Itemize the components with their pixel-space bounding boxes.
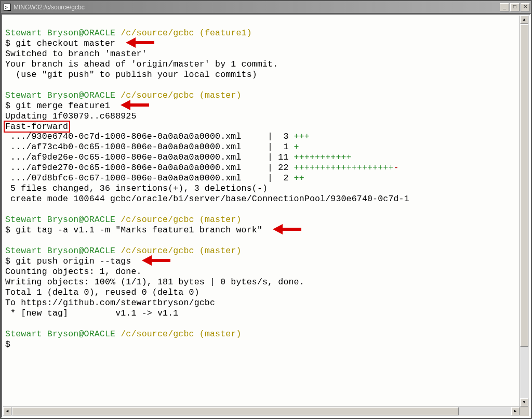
prompt-path: /c/source/gcbc (feature1) <box>121 28 252 38</box>
scroll-down-button[interactable]: ▼ <box>520 398 528 407</box>
shell-prompt: $ <box>5 101 16 111</box>
prompt-user: Stewart Bryson@ORACLE <box>5 215 115 225</box>
command-text: git push origin --tags <box>16 256 131 266</box>
arrow-annotation-icon <box>142 257 170 264</box>
minimize-button[interactable]: _ <box>500 3 509 11</box>
diff-line: .../af9de26e-0c65-1000-806e-0a0a0a0a0000… <box>5 152 352 162</box>
arrow-annotation-icon <box>126 39 154 46</box>
prompt-path: /c/source/gcbc (master) <box>121 246 241 256</box>
window-titlebar: >_ MINGW32:/c/source/gcbc _ □ ✕ <box>1 1 531 14</box>
vertical-scroll-thumb[interactable] <box>520 24 528 347</box>
output-line: To https://github.com/stewartbryson/gcbc <box>5 298 215 308</box>
horizontal-scroll-thumb[interactable] <box>12 407 459 415</box>
shell-prompt: $ <box>5 225 16 235</box>
horizontal-scrollbar[interactable]: ◀ ▶ <box>3 407 520 416</box>
shell-prompt: $ <box>5 339 16 349</box>
arrow-annotation-icon <box>273 226 301 233</box>
prompt-user: Stewart Bryson@ORACLE <box>5 90 115 100</box>
command-text: git checkout master <box>16 38 115 48</box>
vertical-scrollbar[interactable]: ▲ ▼ <box>520 16 529 407</box>
prompt-path: /c/source/gcbc (master) <box>121 90 241 100</box>
output-line: Writing objects: 100% (1/1), 181 bytes |… <box>5 277 304 287</box>
diff-line: .../07d8bfc6-0c67-1000-806e-0a0a0a0a0000… <box>5 173 304 183</box>
terminal-container: Stewart Bryson@ORACLE /c/source/gcbc (fe… <box>1 14 531 418</box>
output-line: * [new tag] v1.1 -> v1.1 <box>5 308 178 318</box>
scroll-right-button[interactable]: ▶ <box>511 407 520 415</box>
svg-text:>_: >_ <box>5 5 11 10</box>
arrow-annotation-icon <box>121 101 149 109</box>
output-line: Switched to branch 'master' <box>5 49 147 59</box>
prompt-path: /c/source/gcbc (master) <box>121 215 241 225</box>
diff-line: .../af9de270-0c65-1000-806e-0a0a0a0a0000… <box>5 163 399 173</box>
prompt-user: Stewart Bryson@ORACLE <box>5 28 115 38</box>
scroll-up-button[interactable]: ▲ <box>520 16 528 24</box>
app-icon: >_ <box>3 3 11 11</box>
prompt-path: /c/source/gcbc (master) <box>121 329 241 339</box>
command-text: git tag -a v1.1 -m "Marks feature1 branc… <box>16 225 262 235</box>
prompt-user: Stewart Bryson@ORACLE <box>5 329 115 339</box>
diff-line: .../930e6740-0c7d-1000-806e-0a0a0a0a0000… <box>5 132 310 141</box>
command-text: git merge feature1 <box>16 101 110 111</box>
scroll-left-button[interactable]: ◀ <box>3 407 11 415</box>
prompt-user: Stewart Bryson@ORACLE <box>5 246 115 256</box>
scrollbar-corner <box>520 407 529 416</box>
output-line: create mode 100644 gcbc/oracle/bi/server… <box>5 194 409 204</box>
output-line: Total 1 (delta 0), reused 0 (delta 0) <box>5 287 200 297</box>
output-line: Updating 1f03079..c688925 <box>5 111 137 121</box>
shell-prompt: $ <box>5 38 16 48</box>
output-line: Counting objects: 1, done. <box>5 267 142 277</box>
close-button[interactable]: ✕ <box>521 3 530 11</box>
output-line: 5 files changed, 36 insertions(+), 3 del… <box>5 184 268 193</box>
window-title: MINGW32:/c/source/gcbc <box>14 4 85 11</box>
maximize-button[interactable]: □ <box>510 3 520 11</box>
output-line: (use "git push" to publish your local co… <box>5 70 257 80</box>
diff-line: .../af73c4b0-0c65-1000-806e-0a0a0a0a0000… <box>5 142 299 152</box>
output-line: Your branch is ahead of 'origin/master' … <box>5 59 278 69</box>
shell-prompt: $ <box>5 256 16 266</box>
terminal-output[interactable]: Stewart Bryson@ORACLE /c/source/gcbc (fe… <box>3 16 520 407</box>
highlighted-text: Fast-forward <box>4 121 70 133</box>
